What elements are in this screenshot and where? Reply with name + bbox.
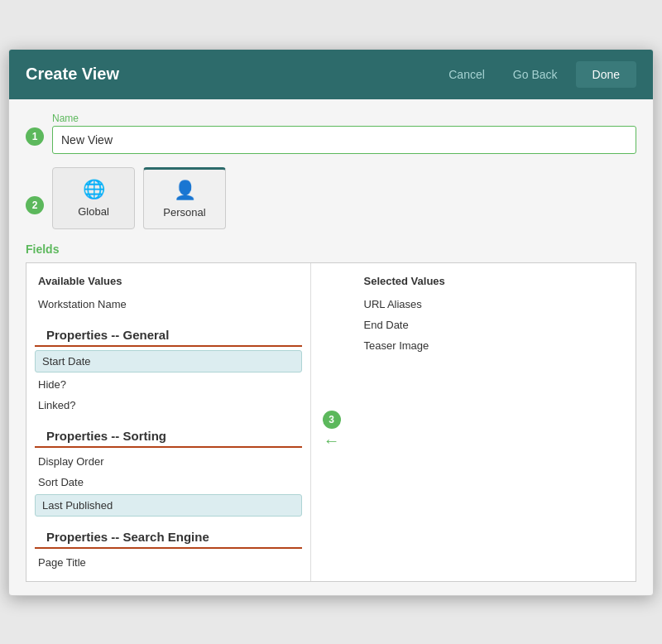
go-back-button[interactable]: Go Back [503,63,568,86]
list-item[interactable]: Page Title [26,552,310,573]
list-item[interactable]: Hide? [26,374,310,395]
person-icon: 👤 [174,180,196,201]
fields-label: Fields [26,243,636,256]
list-item-last-published[interactable]: Last Published [35,494,302,517]
transfer-zone: 3 → ← [311,263,353,581]
step3-badge: 3 [323,411,341,429]
list-item[interactable]: Teaser Image [353,335,636,356]
name-label: Name [52,113,636,124]
list-item[interactable]: Workstation Name [26,294,310,315]
done-button[interactable]: Done [576,61,636,88]
list-item[interactable]: End Date [353,315,636,335]
globe-icon: 🌐 [83,179,105,200]
section-general: Properties -- General [35,320,302,347]
fields-container: Available Values Workstation Name Proper… [26,262,636,582]
global-type-button[interactable]: 🌐 Global [52,167,135,229]
personal-label: Personal [163,206,205,219]
step1-row: 1 Name [26,113,636,154]
step1-badge: 1 [26,127,44,146]
section-search-engine: Properties -- Search Engine [35,521,302,549]
header-buttons: Cancel Go Back Done [439,61,636,88]
cancel-button[interactable]: Cancel [439,63,495,86]
available-column: Available Values Workstation Name Proper… [26,263,311,581]
section-sorting: Properties -- Sorting [35,421,302,448]
modal-title: Create View [26,65,119,84]
selected-header: Selected Values [353,272,636,294]
type-options: 🌐 Global 👤 Personal [52,167,226,229]
list-item[interactable]: Linked? [26,395,310,416]
list-item[interactable]: URL Aliases [353,294,636,315]
step2-badge: 2 [26,196,44,214]
name-field-wrapper: Name [52,113,636,154]
global-label: Global [78,205,109,218]
create-view-modal: Create View Cancel Go Back Done 1 Name 2… [8,49,654,596]
modal-header: Create View Cancel Go Back Done [9,50,653,99]
list-item[interactable]: Display Order [26,451,310,472]
list-item[interactable]: Sort Date [26,472,310,493]
list-item[interactable]: Start Date [35,350,302,372]
personal-type-button[interactable]: 👤 Personal [143,167,226,229]
modal-body: 1 Name 2 🌐 Global 👤 Personal Fields [9,99,653,595]
selected-column: Selected Values URL Aliases End Date Tea… [353,263,636,581]
available-header: Available Values [26,272,310,294]
move-left-button[interactable]: ← [324,432,340,449]
step2-row: 2 🌐 Global 👤 Personal [26,167,636,229]
name-input[interactable] [52,126,636,154]
